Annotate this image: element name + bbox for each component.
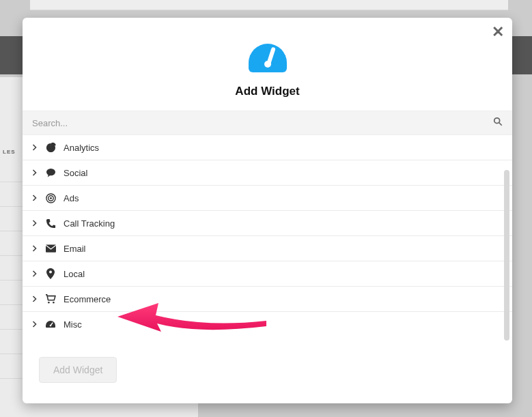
pie-chart-icon (44, 143, 57, 153)
chevron-right-icon (32, 192, 38, 203)
category-label: Call Tracking (64, 218, 115, 229)
gauge-icon (246, 41, 290, 75)
category-row-ecommerce[interactable]: Ecommerce (23, 287, 512, 312)
svg-point-9 (49, 271, 52, 274)
category-row-email[interactable]: Email (23, 236, 512, 261)
category-row-call-tracking[interactable]: Call Tracking (23, 211, 512, 236)
svg-line-3 (499, 123, 502, 126)
category-row-misc[interactable]: Misc (23, 312, 512, 336)
chevron-right-icon (32, 293, 38, 304)
modal-overlay: ✕ Add Widget (0, 0, 532, 417)
search-input[interactable] (32, 118, 493, 128)
add-widget-button[interactable]: Add Widget (39, 357, 117, 383)
chevron-right-icon (32, 142, 38, 153)
phone-icon (44, 218, 57, 229)
modal-header: Add Widget (23, 18, 512, 111)
svg-point-4 (46, 169, 55, 175)
category-label: Ecommerce (64, 294, 111, 304)
svg-point-7 (50, 197, 52, 199)
bullseye-icon (44, 193, 57, 203)
add-widget-modal: ✕ Add Widget (23, 18, 512, 403)
chevron-right-icon (32, 268, 38, 279)
category-row-analytics[interactable]: Analytics (23, 135, 512, 160)
category-label: Email (64, 244, 86, 254)
modal-footer: Add Widget (23, 336, 512, 403)
category-row-local[interactable]: Local (23, 261, 512, 287)
category-label: Misc (64, 319, 82, 330)
chevron-right-icon (32, 319, 38, 330)
modal-title: Add Widget (36, 85, 499, 98)
category-label: Analytics (64, 143, 99, 153)
category-row-social[interactable]: Social (23, 160, 512, 186)
category-label: Ads (64, 193, 79, 203)
category-label: Social (64, 168, 87, 178)
search-bar (23, 111, 512, 135)
svg-point-10 (48, 302, 50, 304)
category-list: Analytics Social Ads (23, 135, 512, 336)
shopping-cart-icon (44, 294, 57, 304)
envelope-icon (44, 244, 57, 253)
category-label: Local (64, 269, 85, 279)
svg-rect-8 (46, 244, 56, 252)
dashboard-gauge-icon (44, 320, 57, 328)
svg-point-11 (53, 302, 55, 304)
scrollbar-thumb[interactable] (504, 170, 509, 341)
comment-icon (44, 168, 57, 177)
chevron-right-icon (32, 167, 38, 178)
chevron-right-icon (32, 218, 38, 229)
close-icon[interactable]: ✕ (492, 25, 504, 40)
category-row-ads[interactable]: Ads (23, 186, 512, 211)
search-icon[interactable] (493, 117, 503, 129)
map-pin-icon (44, 268, 57, 279)
chevron-right-icon (32, 243, 38, 254)
